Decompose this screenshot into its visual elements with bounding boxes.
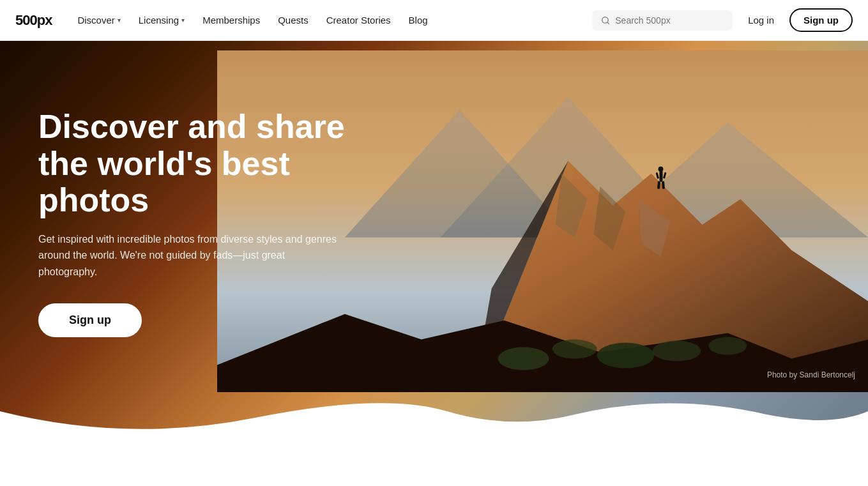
search-bar[interactable] <box>592 10 733 31</box>
nav-item-creator-stories[interactable]: Creator Stories <box>319 10 399 31</box>
svg-point-12 <box>658 166 663 171</box>
navbar-left: 500px Discover ▾ Licensing ▾ Memberships… <box>15 10 436 31</box>
photo-credit: Photo by Sandi Bertoncelj <box>767 370 855 379</box>
search-icon <box>601 15 610 26</box>
logo[interactable]: 500px <box>15 12 52 29</box>
hero-title: Discover and share the world's best phot… <box>38 109 396 218</box>
svg-point-18 <box>498 347 549 370</box>
nav-licensing-label: Licensing <box>139 15 179 26</box>
hero-section: Discover and share the world's best phot… <box>0 41 868 443</box>
nav-creator-stories-label: Creator Stories <box>326 15 391 26</box>
hero-subtitle: Get inspired with incredible photos from… <box>38 231 345 280</box>
navbar-right: Log in Sign up <box>592 8 853 32</box>
nav-discover-label: Discover <box>77 15 114 26</box>
hero-signup-button[interactable]: Sign up <box>38 303 142 337</box>
nav-item-licensing[interactable]: Licensing ▾ <box>131 10 192 31</box>
svg-point-21 <box>652 340 701 361</box>
svg-point-20 <box>597 342 654 368</box>
nav-links: Discover ▾ Licensing ▾ Memberships Quest… <box>70 10 435 31</box>
svg-rect-11 <box>659 170 662 181</box>
section-below: What makes us different <box>0 443 868 486</box>
nav-item-blog[interactable]: Blog <box>401 10 436 31</box>
svg-point-19 <box>552 339 597 358</box>
navbar: 500px Discover ▾ Licensing ▾ Memberships… <box>0 0 868 41</box>
nav-item-quests[interactable]: Quests <box>270 10 316 31</box>
login-button[interactable]: Log in <box>740 10 782 31</box>
licensing-chevron-icon: ▾ <box>181 17 185 24</box>
discover-chevron-icon: ▾ <box>118 17 121 24</box>
nav-blog-label: Blog <box>409 15 428 26</box>
svg-point-22 <box>708 337 747 354</box>
search-input[interactable] <box>615 15 724 26</box>
nav-memberships-label: Memberships <box>202 15 260 26</box>
nav-item-memberships[interactable]: Memberships <box>195 10 268 31</box>
signup-button-nav[interactable]: Sign up <box>789 8 853 32</box>
nav-quests-label: Quests <box>278 15 308 26</box>
svg-line-1 <box>607 22 609 24</box>
hero-wave <box>0 379 868 443</box>
nav-item-discover[interactable]: Discover ▾ <box>70 10 128 31</box>
